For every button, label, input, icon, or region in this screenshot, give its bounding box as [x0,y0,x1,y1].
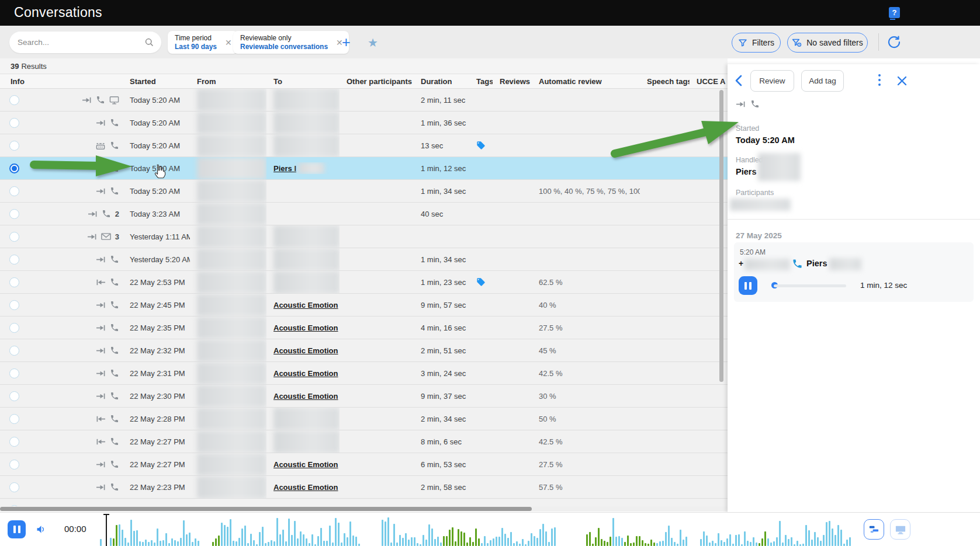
remove-chip-icon[interactable]: ✕ [225,38,232,47]
table-row[interactable]: 22 May 2:28 PM2 min, 34 sec50 % [0,408,728,430]
row-radio[interactable] [9,300,19,310]
to-party-link[interactable]: Acoustic Emotion [273,324,338,332]
waveform-bar [458,529,459,546]
row-radio-selected[interactable] [9,164,19,173]
table-row[interactable] [0,499,728,507]
call-card[interactable]: 5:20 AM + Piers 1 min, 12 sec [734,242,974,302]
search-input[interactable] [18,38,144,47]
table-row[interactable]: 22 May 2:31 PMAcoustic Emotion3 min, 24 … [0,362,728,385]
row-radio[interactable] [9,118,19,128]
waveform-bar [718,533,719,546]
waveform-bar [408,540,410,546]
table-row[interactable]: Yesterday 5:20 AM1 min, 34 sec [0,248,728,271]
vertical-scrollbar[interactable] [719,90,723,382]
row-radio[interactable] [9,232,19,242]
column-header-duration[interactable]: Duration [414,77,469,86]
row-radio[interactable] [9,186,19,196]
column-header-to[interactable]: To [266,77,340,86]
horizontal-scrollbar[interactable] [0,506,728,512]
close-panel-icon[interactable] [897,76,907,86]
horizontal-scrollbar-thumb[interactable] [0,507,532,511]
to-party-link[interactable]: Acoustic Emotion [273,483,338,492]
favorite-star-icon[interactable]: ★ [368,36,378,50]
row-radio[interactable] [9,255,19,265]
filter-chip-time-period[interactable]: Time period Last 90 days ✕ [168,31,238,54]
help-icon[interactable]: ? [889,7,900,18]
column-header-started[interactable]: Started [123,77,190,86]
column-header-info[interactable]: Info [0,77,123,86]
column-header-from[interactable]: From [190,77,266,86]
audio-player-bar: 00:00 [0,512,980,546]
player-pause-button[interactable] [8,520,26,538]
row-radio[interactable] [9,460,19,470]
table-row[interactable]: 2Today 3:23 AM40 sec [0,203,728,225]
row-radio[interactable] [9,391,19,401]
row-from [190,134,266,157]
add-tag-button[interactable]: Add tag [801,70,844,92]
column-header-tags[interactable]: Tags [469,77,493,86]
to-party-link[interactable]: Piers I [273,164,296,173]
waveform-bar [148,542,150,546]
to-party-link[interactable]: Acoustic Emotion [273,369,338,378]
progress-track[interactable] [774,284,846,287]
row-radio[interactable] [9,414,19,424]
table-row[interactable]: 22 May 2:30 PMAcoustic Emotion9 min, 37 … [0,385,728,408]
row-radio[interactable] [9,482,19,492]
table-row[interactable]: Today 5:20 AM13 sec [0,134,728,157]
row-radio[interactable] [9,323,19,333]
column-header-reviews[interactable]: Reviews [493,77,532,86]
table-row[interactable]: 22 May 2:23 PMAcoustic Emotion2 min, 58 … [0,476,728,499]
pause-button[interactable] [739,276,757,295]
table-row[interactable]: Today 5:20 AM1 min, 34 sec100 %, 40 %, 7… [0,180,728,203]
waveform-bar [685,537,687,546]
table-row[interactable]: Today 5:20 AM2 min, 11 sec [0,89,728,112]
table-row[interactable]: 3Yesterday 1:11 AM [0,225,728,248]
collapse-panel-chevron-icon[interactable] [735,74,743,87]
screen-recording-button[interactable] [890,519,910,540]
table-row[interactable]: 22 May 2:45 PMAcoustic Emotion9 min, 57 … [0,294,728,317]
table-row[interactable]: 22 May 2:27 PM8 min, 6 sec42.5 % [0,430,728,453]
waveform-bar [113,538,115,546]
table-row[interactable]: 22 May 2:32 PMAcoustic Emotion2 min, 51 … [0,339,728,362]
waveform-bar [665,532,667,546]
table-row[interactable]: Today 5:20 AMPiers I1 min, 12 sec [0,157,728,180]
waveform[interactable] [110,514,854,546]
call-inbound-icon [96,324,106,332]
to-party-link[interactable]: Acoustic Emotion [273,301,338,309]
more-options-icon[interactable] [878,74,881,86]
column-header-automatic-review[interactable]: Automatic review [532,77,640,86]
column-header-speech-tags[interactable]: Speech tags [640,77,690,86]
row-radio[interactable] [9,95,19,105]
row-radio[interactable] [9,368,19,378]
table-row[interactable]: 22 May 2:35 PMAcoustic Emotion4 min, 16 … [0,317,728,339]
row-radio[interactable] [9,437,19,447]
to-party-link[interactable]: Acoustic Emotion [273,392,338,401]
row-duration: 1 min, 36 sec [414,119,469,127]
table-row[interactable]: 22 May 2:53 PM1 min, 23 sec62.5 % [0,271,728,294]
timeline-view-button[interactable] [864,519,884,540]
saved-filters-button[interactable]: No saved filters [787,33,868,53]
column-header-ucce-a[interactable]: UCCE A [690,77,728,86]
filters-button[interactable]: Filters [732,33,781,53]
table-row[interactable]: 22 May 2:27 PMAcoustic Emotion6 min, 53 … [0,453,728,476]
row-radio[interactable] [9,277,19,287]
row-info-icons [28,118,123,127]
row-radio[interactable] [9,209,19,219]
table-row[interactable]: Today 5:20 AM1 min, 36 sec [0,112,728,134]
waveform-bar [496,537,497,546]
call-outbound-icon [96,278,106,287]
to-party-link[interactable]: Acoustic Emotion [273,346,338,355]
refresh-icon[interactable] [887,35,901,49]
volume-icon[interactable] [36,524,47,534]
row-radio[interactable] [9,346,19,356]
add-filter-icon[interactable]: + [342,34,351,50]
row-radio[interactable] [9,141,19,151]
review-button[interactable]: Review [750,70,794,92]
column-header-other-participants[interactable]: Other participants [340,77,414,86]
to-party-link[interactable]: Acoustic Emotion [273,460,338,469]
waveform-bar [721,540,722,546]
filter-chip-reviewable[interactable]: Reviewable only Reviewable conversations… [233,31,349,54]
search-box[interactable] [9,32,161,53]
playhead[interactable] [106,514,107,546]
waveform-bar [726,538,728,546]
